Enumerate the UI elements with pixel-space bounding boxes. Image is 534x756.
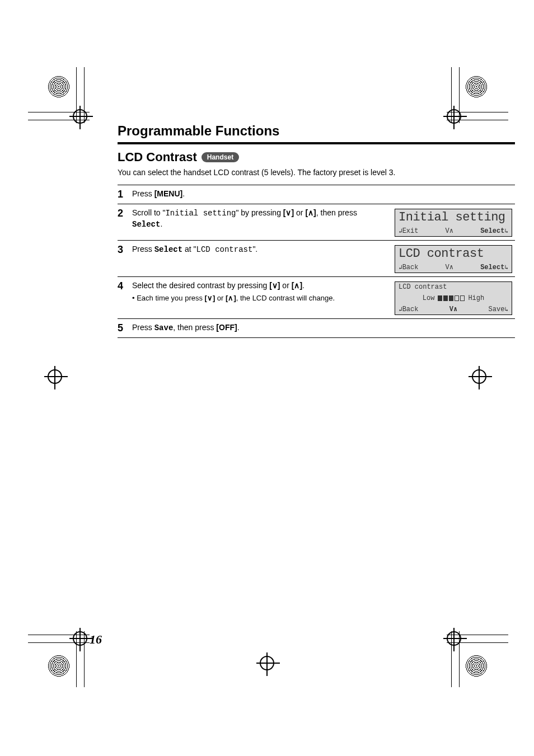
menu-name: Initial setting <box>165 209 236 218</box>
step-1: 1 Press [MENU]. <box>118 185 515 204</box>
up-arrow-icon: ∧ <box>294 281 299 290</box>
hatch-circle <box>48 655 70 677</box>
up-arrow-icon: ∧ <box>228 294 233 302</box>
registration-mark <box>73 631 87 646</box>
step-text: Scroll to "Initial setting" by pressing … <box>132 208 391 230</box>
step-4: 4 Select the desired contrast by pressin… <box>118 276 515 318</box>
crop-line <box>447 120 508 120</box>
lcd-cell: LCD contrast Low High <box>392 280 515 315</box>
text: . <box>237 323 240 332</box>
step-number: 2 <box>118 208 131 219</box>
menu-name: LCD contrast <box>196 245 253 254</box>
return-left-icon: ↲ <box>399 264 402 271</box>
step-text: Press [MENU]. <box>132 189 391 199</box>
text: Press <box>132 189 154 198</box>
off-key: [OFF] <box>216 323 237 332</box>
page-body: Programmable Functions LCD Contrast Hand… <box>118 123 515 338</box>
crop-line <box>28 642 90 643</box>
registration-mark <box>73 109 87 124</box>
lcd-cell-empty <box>392 189 515 190</box>
step-note: • Each time you press [∨] or [∧], the LC… <box>132 293 385 303</box>
lcd-soft-left: ↲Back <box>399 264 418 271</box>
lcd-soft-right: Select↳ <box>480 227 508 235</box>
crop-line <box>28 120 90 120</box>
text: Select the desired contrast by pressing <box>132 281 269 290</box>
registration-mark <box>260 656 274 670</box>
registration-mark <box>472 369 486 384</box>
lcd-soft-left: ↲Exit <box>399 227 418 235</box>
crop-line <box>447 112 508 112</box>
up-arrow-icon: ∧ <box>308 208 313 217</box>
lcd-cell: LCD contrast ↲Back V∧ Select↳ <box>392 244 515 273</box>
bar-segment-filled <box>438 295 442 301</box>
text: or <box>280 281 291 290</box>
hatch-circle <box>465 76 488 98</box>
crop-line <box>451 67 452 123</box>
lcd-screen-initial-setting: Initial setting ↲Exit V∧ Select↳ <box>395 209 512 237</box>
crop-line <box>451 631 452 687</box>
text: or <box>215 294 226 302</box>
step-text: Select the desired contrast by pressing … <box>132 280 391 303</box>
text: " by pressing <box>236 208 283 217</box>
lcd-nav-arrows: V∧ <box>449 305 457 313</box>
down-arrow-icon: ∨ <box>272 281 278 290</box>
crop-line <box>76 631 77 687</box>
text: . <box>182 189 185 198</box>
crop-line <box>28 635 90 635</box>
text: , then press <box>173 323 216 332</box>
menu-key: [MENU] <box>154 189 183 198</box>
crop-line <box>459 631 460 687</box>
step-number: 5 <box>118 322 131 334</box>
step-2: 2 Scroll to "Initial setting" by pressin… <box>118 204 515 240</box>
lcd-line2: ↲Exit V∧ Select↳ <box>399 227 508 235</box>
crop-line <box>84 67 85 123</box>
text: Scroll to " <box>132 208 165 217</box>
high-label: High <box>468 294 484 302</box>
bar-segment-empty <box>460 295 465 301</box>
subtitle-row: LCD Contrast Handset <box>118 150 515 165</box>
lcd-line1: Initial setting <box>399 210 508 224</box>
text: , the LCD contrast will change. <box>236 294 335 302</box>
lcd-screen-lcd-contrast-menu: LCD contrast ↲Back V∧ Select↳ <box>395 245 512 273</box>
hatch-circle <box>465 655 488 677</box>
crop-line <box>76 67 77 123</box>
crop-line <box>28 112 90 112</box>
section-rule <box>118 142 515 144</box>
lcd-soft-left: ↲Back <box>399 306 418 313</box>
lcd-line2: ↲Back V∧ Select↳ <box>399 263 508 271</box>
hatch-circle <box>48 76 70 98</box>
bar-segment-filled <box>449 295 453 301</box>
text: . <box>160 219 162 228</box>
handset-badge: Handset <box>202 152 239 162</box>
contrast-bar <box>438 295 465 301</box>
text: ". <box>252 245 257 253</box>
down-arrow-icon: ∨ <box>207 294 213 302</box>
softkey-name: Select <box>132 220 160 229</box>
step-3: 3 Press Select at "LCD contrast". LCD co… <box>118 240 515 276</box>
softkey-name: Select <box>154 245 182 254</box>
return-right-icon: ↳ <box>504 306 508 313</box>
bar-segment-empty <box>455 295 459 301</box>
intro-text: You can select the handset LCD contrast … <box>118 168 515 177</box>
down-arrow-icon: ∨ <box>285 208 291 217</box>
text: Press <box>132 323 154 332</box>
text: or <box>294 208 305 217</box>
low-label: Low <box>423 294 435 302</box>
step-text: Press Select at "LCD contrast". <box>132 244 391 255</box>
lcd-nav-arrows: V∧ <box>446 227 453 235</box>
lcd-soft-right: Select↳ <box>480 264 508 271</box>
lcd-line1: LCD contrast <box>399 283 508 291</box>
softkey-name: Save <box>154 323 174 332</box>
lcd-cell-empty <box>392 322 515 323</box>
step-text: Press Save, then press [OFF]. <box>132 322 391 334</box>
lcd-cell: Initial setting ↲Exit V∧ Select↳ <box>392 208 515 237</box>
step-5: 5 Press Save, then press [OFF]. <box>118 318 515 338</box>
subtitle: LCD Contrast <box>118 150 197 165</box>
lcd-line1: LCD contrast <box>399 247 508 261</box>
crop-line <box>447 642 508 643</box>
lcd-line2: ↲Back V∧ Save↳ <box>399 305 508 313</box>
text: at " <box>182 245 196 253</box>
return-left-icon: ↲ <box>399 228 402 234</box>
text: • Each time you press <box>132 294 205 302</box>
crop-line <box>84 631 85 687</box>
